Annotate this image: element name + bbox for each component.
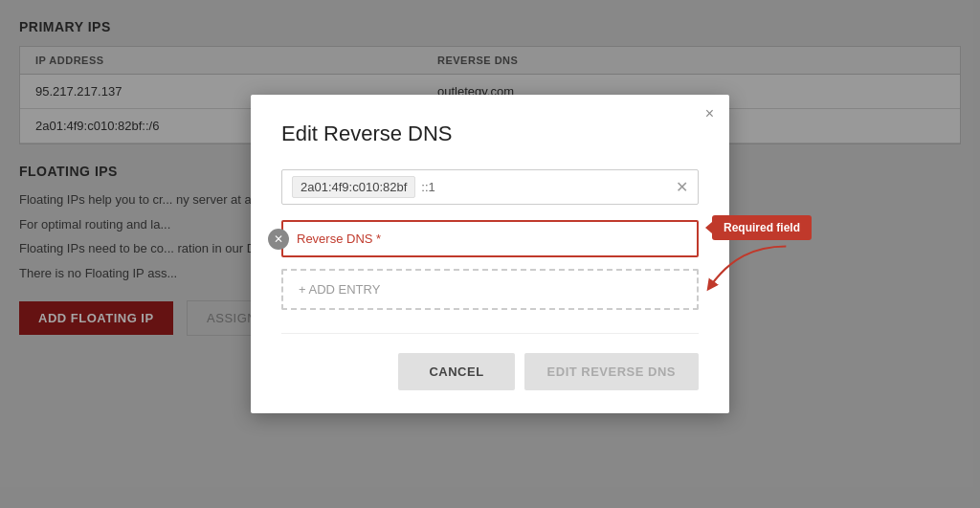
- modal-title: Edit Reverse DNS: [281, 121, 699, 146]
- required-field-arrow-icon: [706, 239, 802, 301]
- ip-input-container: 2a01:4f9:c010:82bf ::1 ✕: [281, 169, 699, 205]
- reverse-dns-input[interactable]: [281, 220, 699, 257]
- cancel-button[interactable]: CANCEL: [398, 353, 514, 390]
- ip-clear-button[interactable]: ✕: [676, 180, 688, 195]
- modal-footer: CANCEL EDIT REVERSE DNS: [281, 333, 699, 390]
- ip-suffix: ::1: [421, 180, 676, 194]
- dns-input-row: ✕: [281, 220, 699, 257]
- edit-reverse-dns-button[interactable]: EDIT REVERSE DNS: [524, 353, 699, 390]
- modal-overlay: × Edit Reverse DNS 2a01:4f9:c010:82bf ::…: [0, 0, 980, 508]
- ip-tag: 2a01:4f9:c010:82bf: [292, 176, 415, 198]
- dns-clear-circle[interactable]: ✕: [268, 229, 289, 250]
- required-field-tooltip: Required field: [712, 215, 812, 240]
- close-icon[interactable]: ×: [705, 106, 714, 121]
- add-entry-button[interactable]: + ADD ENTRY: [281, 269, 699, 310]
- edit-reverse-dns-modal: × Edit Reverse DNS 2a01:4f9:c010:82bf ::…: [251, 95, 729, 413]
